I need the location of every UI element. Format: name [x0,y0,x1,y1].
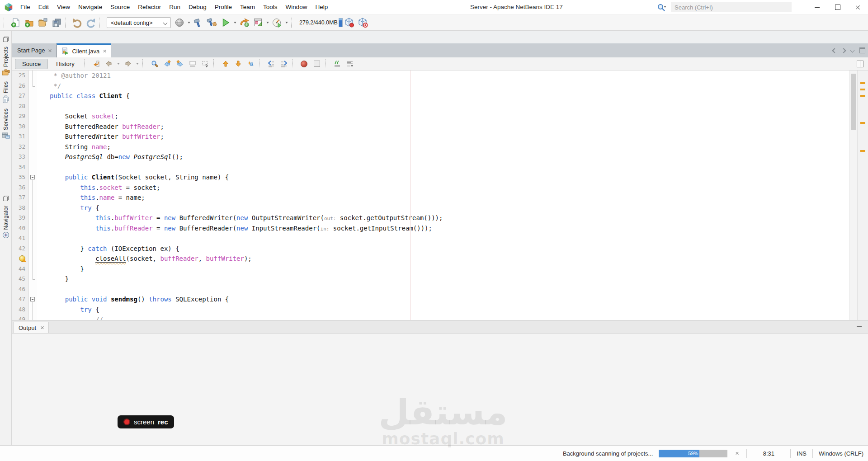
fold-toggle[interactable] [29,294,37,305]
tab-client-java[interactable]: Client.java [57,43,111,57]
profile-project-button[interactable] [251,16,265,29]
editor-splitter-icon[interactable] [857,61,863,67]
menu-tools[interactable]: Tools [259,0,282,14]
find-selection-button[interactable] [149,58,160,69]
gc-cube-button[interactable] [343,16,356,29]
close-tab-icon[interactable] [103,49,106,53]
cancel-scan-icon[interactable] [735,452,739,455]
next-occurrence-button[interactable] [174,58,186,69]
code-line-40[interactable]: 40 this.buffReader = new BufferedReader(… [12,223,868,234]
record-macro-button[interactable] [298,58,310,69]
code-line-39[interactable]: 39 this.buffWriter = new BufferedWriter(… [12,213,868,223]
sidebar-item-services[interactable]: Services [2,108,10,139]
last-edit-button[interactable] [90,58,102,69]
collapse-fold-icon[interactable] [30,297,35,301]
restore-group-icon[interactable] [3,196,9,201]
code-line-29[interactable]: 29 Socket socket; [12,111,868,122]
redo-button[interactable] [84,16,98,29]
code-line-32[interactable]: 32 String name; [12,142,868,152]
scroll-tabs-right-icon[interactable] [841,48,846,53]
minimize-button[interactable] [807,0,827,14]
close-output-icon[interactable] [40,326,44,329]
code-line-31[interactable]: 31 BufferedWriter buffWriter; [12,132,868,142]
open-project-button[interactable] [36,16,50,29]
close-button[interactable] [848,0,868,14]
stripe-mark[interactable] [860,150,865,152]
profile-dropdown[interactable] [266,22,269,24]
tab-list-icon[interactable] [850,48,855,53]
previous-occurrence-button[interactable] [161,58,173,69]
save-all-button[interactable] [50,16,63,29]
fold-toggle[interactable] [29,172,37,183]
profiler-gauge-button[interactable] [270,16,284,29]
back-button[interactable] [103,58,115,69]
collapse-fold-icon[interactable] [30,175,35,179]
code-line-49[interactable]: 49 //... [12,315,868,320]
sidebar-item-files[interactable]: Files [2,81,9,103]
web-browser-dropdown[interactable] [188,22,190,24]
forward-dropdown[interactable] [136,63,139,65]
code-line-34[interactable]: 34 [12,162,868,173]
code-line-28[interactable]: 28 [12,101,868,112]
profiler-dropdown[interactable] [285,22,288,24]
lightbulb-warning-icon[interactable] [19,255,25,262]
sidebar-item-projects[interactable]: Projects [2,47,10,76]
profile-point-cube-button[interactable] [356,16,370,29]
clean-build-button[interactable] [205,16,219,29]
code-line-27[interactable]: 27public class Client { [12,91,868,101]
previous-bookmark-button[interactable] [220,58,231,69]
forward-button[interactable] [122,58,134,69]
new-project-button[interactable] [23,16,36,29]
code-line-43[interactable]: closeAll(socket, buffReader, buffWriter)… [12,254,868,264]
config-select[interactable]: <default config> [107,17,171,28]
code-line-46[interactable]: 46 [12,284,868,295]
code-line-47[interactable]: 47 public void sendmsg() throws SQLExcep… [12,294,868,305]
menu-edit[interactable]: Edit [34,0,53,14]
code-line-33[interactable]: 33 PostgreSql db=new PostgreSql(); [12,152,868,162]
stripe-mark[interactable] [860,95,865,97]
code-line-25[interactable]: 25 * @author 20121 [12,71,868,81]
stripe-mark[interactable] [860,122,865,124]
code-line-45[interactable]: 45 } [12,274,868,284]
source-view-button[interactable]: Source [15,59,48,69]
tab-start-page[interactable]: Start Page [13,43,57,57]
restore-group-icon[interactable] [3,37,9,42]
menu-window[interactable]: Window [282,0,311,14]
menu-view[interactable]: View [53,0,74,14]
comment-button[interactable] [331,58,343,69]
insert-mode-label[interactable]: INS [797,450,807,457]
code-line-26[interactable]: 26 */ [12,81,868,91]
back-dropdown[interactable] [117,63,120,65]
code-line-41[interactable]: 41 [12,233,868,244]
shift-left-button[interactable] [265,58,277,69]
code-line-35[interactable]: 35 public Client(Socket socket, String n… [12,172,868,183]
run-project-button[interactable] [219,16,232,29]
new-file-button[interactable] [9,16,23,29]
build-project-button[interactable] [192,16,205,29]
menu-file[interactable]: File [16,0,34,14]
sidebar-item-navigator[interactable]: Navigator [2,206,9,239]
shift-right-button[interactable] [278,58,290,69]
menu-run[interactable]: Run [165,0,184,14]
output-tab[interactable]: Output [14,322,49,333]
rectangular-selection-button[interactable] [199,58,211,69]
stripe-mark[interactable] [860,82,865,84]
code-line-36[interactable]: 36 this.socket = socket; [12,183,868,193]
history-view-button[interactable]: History [49,59,81,69]
stripe-mark[interactable] [860,89,865,90]
menu-help[interactable]: Help [311,0,332,14]
uncomment-button[interactable] [344,58,356,69]
run-dropdown[interactable] [234,22,236,24]
error-stripe[interactable] [857,71,868,320]
code-line-44[interactable]: 44 } [12,264,868,274]
next-bookmark-button[interactable] [232,58,244,69]
code-editor[interactable]: 25 * @author 2012126 */27public class Cl… [12,71,868,320]
stop-macro-button[interactable] [311,58,323,69]
code-line-38[interactable]: 38 try { [12,203,868,213]
output-body[interactable] [12,334,868,446]
code-line-42[interactable]: 42 } catch (IOException ex) { [12,244,868,254]
scrollbar-thumb[interactable] [851,74,856,130]
close-tab-icon[interactable] [48,49,52,52]
toggle-highlight-button[interactable] [187,58,198,69]
code-line-30[interactable]: 30 BufferedReader buffReader; [12,122,868,132]
